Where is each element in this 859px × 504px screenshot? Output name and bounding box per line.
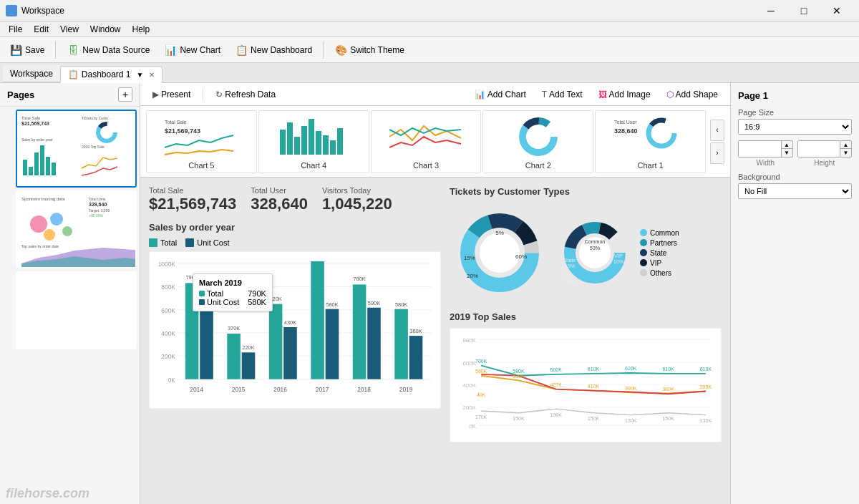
tab-close-button[interactable]: ✕ (149, 71, 155, 79)
switch-theme-button[interactable]: 🎨 Switch Theme (328, 41, 411, 59)
page-size-select[interactable]: 16:9 4:3 Letter A4 Custom (738, 119, 852, 135)
width-input[interactable]: 1,920 (739, 142, 781, 155)
chart-card-2[interactable]: Chart 2 (482, 110, 593, 173)
menu-file[interactable]: File (3, 23, 28, 36)
svg-text:0K: 0K (469, 423, 477, 430)
tab-dropdown-icon[interactable]: ▼ (137, 71, 144, 79)
present-button[interactable]: ▶ Present (146, 87, 197, 102)
legend-state-dot (640, 249, 647, 256)
svg-rect-82 (394, 309, 408, 379)
svg-text:1000K: 1000K (158, 261, 175, 268)
data-source-icon: 🗄 (67, 44, 79, 57)
bar-chart-container: March 2019 Total 790K Unit Cost 580K 100… (149, 251, 441, 409)
svg-text:200K: 200K (161, 353, 175, 360)
page-3-preview (17, 273, 135, 348)
new-dashboard-button[interactable]: 📋 New Dashboard (228, 41, 319, 59)
svg-text:170K: 170K (475, 415, 487, 420)
minimize-button[interactable]: ─ (754, 0, 787, 21)
add-text-button[interactable]: T Add Text (535, 87, 589, 102)
ct-separator-1 (203, 88, 203, 101)
pages-title: Pages (7, 89, 34, 100)
svg-text:580K: 580K (475, 369, 487, 374)
chart-card-4[interactable]: Chart 4 (258, 110, 369, 173)
save-button[interactable]: 💾 Save (3, 41, 51, 59)
page-3-thumbnail[interactable] (16, 271, 137, 349)
legend-common: Common (640, 229, 679, 237)
strip-prev-button[interactable]: ‹ (710, 120, 724, 141)
svg-text:427K: 427K (550, 382, 563, 387)
svg-point-22 (44, 229, 55, 241)
svg-text:600K: 600K (550, 367, 563, 372)
height-up-button[interactable]: ▲ (840, 141, 851, 149)
add-image-button[interactable]: 🖼 Add Image (592, 87, 657, 102)
svg-text:328,640: 328,640 (89, 202, 107, 208)
tab-workspace[interactable]: Workspace (3, 65, 60, 82)
chart-card-1[interactable]: Total User 328,640 Chart 1 (595, 110, 706, 173)
page-2-wrapper: 2 Sportmen training data Total Units 328… (0, 190, 140, 268)
svg-text:State: State (564, 258, 576, 263)
bar-chart-legend: Total Unit Cost (149, 238, 441, 247)
chart-4-preview (262, 114, 366, 160)
svg-rect-31 (309, 119, 314, 155)
new-data-source-button[interactable]: 🗄 New Data Source (60, 41, 156, 59)
add-shape-button[interactable]: ⬡ Add Shape (660, 87, 724, 102)
present-icon: ▶ (152, 89, 159, 100)
svg-text:620K: 620K (269, 295, 282, 301)
svg-text:200K: 200K (462, 404, 477, 411)
svg-text:580K: 580K (200, 301, 213, 307)
main-layout: Pages + 1 Total Sale $21,569,743 Tickets… (0, 83, 859, 504)
line-chart-section: 2019 Top Sales 800K 600K 400K 200K 0K (450, 311, 722, 442)
svg-text:600K: 600K (161, 306, 175, 314)
legend-partners: Partners (640, 239, 679, 247)
menu-edit[interactable]: Edit (28, 23, 54, 36)
kpi-total-user: Total User 328,640 (251, 186, 308, 213)
height-group: 1,080 ▲ ▼ Height (797, 140, 853, 167)
dashboard-left: Total Sale $21,569,743 Total User 328,64… (149, 186, 441, 495)
tab-dashboard1[interactable]: 📋 Dashboard 1 ▼ ✕ (60, 66, 163, 83)
chart-5-label: Chart 5 (188, 161, 214, 170)
add-page-button[interactable]: + (118, 87, 132, 102)
refresh-data-button[interactable]: ↻ Refresh Data (209, 87, 282, 102)
svg-rect-30 (301, 126, 307, 155)
chart-card-3[interactable]: Chart 3 (371, 110, 482, 173)
chart-card-5[interactable]: Total Sale $21,569,743 Chart 5 (146, 110, 257, 173)
line-chart-container: 800K 600K 400K 200K 0K (450, 328, 722, 442)
save-icon: 💾 (9, 44, 22, 57)
svg-point-39 (530, 128, 547, 145)
chart-strip: Total Sale $21,569,743 Chart 5 (140, 106, 730, 178)
toolbar: 💾 Save 🗄 New Data Source 📊 New Chart 📋 N… (0, 37, 859, 63)
svg-text:390K: 390K (625, 386, 637, 391)
page-2-preview: Sportmen training data Total Units 328,6… (17, 192, 135, 267)
height-down-button[interactable]: ▼ (840, 149, 851, 157)
line-chart-svg: 800K 600K 400K 200K 0K (456, 334, 715, 436)
svg-text:53%: 53% (590, 246, 600, 251)
add-chart-button[interactable]: 📊 Add Chart (468, 87, 533, 102)
menu-window[interactable]: Window (84, 23, 127, 36)
page-1-thumbnail[interactable]: Total Sale $21,569,743 Tickets by Custo.… (16, 110, 137, 188)
legend-unit-color (185, 238, 194, 247)
height-label: Height (797, 159, 853, 167)
maximize-button[interactable]: □ (787, 0, 820, 21)
svg-text:150K: 150K (513, 416, 525, 421)
width-up-button[interactable]: ▲ (781, 141, 792, 149)
svg-text:5%: 5% (495, 230, 504, 236)
svg-text:700K: 700K (475, 359, 487, 364)
menu-help[interactable]: Help (127, 23, 156, 36)
background-select[interactable]: No Fill Solid Color Gradient Image (738, 183, 852, 199)
close-button[interactable]: ✕ (820, 0, 853, 21)
svg-rect-24 (17, 273, 135, 348)
svg-text:60%: 60% (515, 253, 527, 260)
width-down-button[interactable]: ▼ (781, 149, 792, 157)
svg-text:400K: 400K (161, 330, 175, 337)
svg-text:2019: 2019 (399, 386, 413, 393)
svg-text:Common: Common (585, 239, 606, 244)
svg-rect-29 (294, 137, 300, 155)
add-shape-icon: ⬡ (666, 89, 674, 100)
svg-text:Total Units: Total Units (89, 197, 106, 201)
height-input[interactable]: 1,080 (798, 142, 840, 155)
page-2-thumbnail[interactable]: Sportmen training data Total Units 328,6… (16, 190, 137, 268)
strip-next-button[interactable]: › (710, 142, 724, 164)
new-chart-button[interactable]: 📊 New Chart (157, 41, 227, 59)
app-icon (6, 5, 17, 16)
menu-view[interactable]: View (54, 23, 84, 36)
